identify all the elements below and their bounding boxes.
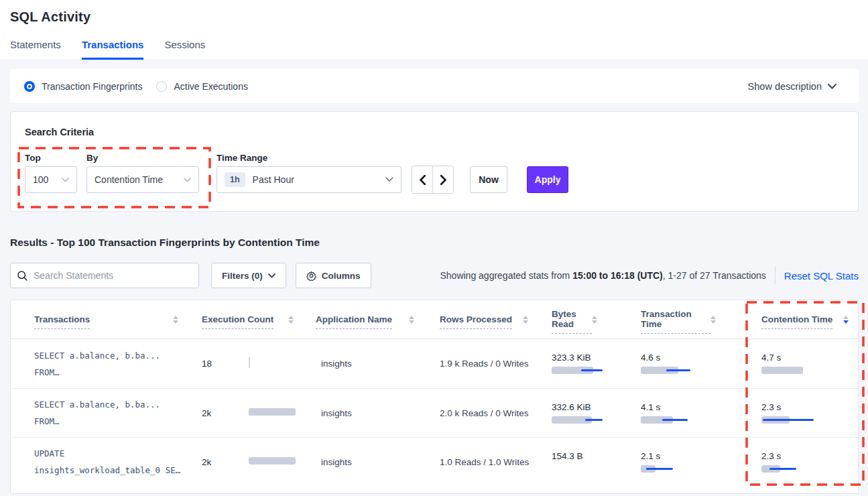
transaction-time-bar: [641, 464, 701, 473]
bytes-read-bar: [552, 416, 612, 424]
time-range-value: Past Hour: [253, 174, 294, 185]
chevron-down-icon: [828, 84, 836, 89]
table-row[interactable]: SELECT a.balance, b.ba... FROM… 18 insig…: [11, 339, 858, 388]
chevron-right-icon: [440, 175, 446, 185]
contention-time-bar: [761, 416, 822, 424]
chevron-left-icon: [420, 175, 426, 185]
time-range-label: Time Range: [216, 153, 267, 163]
show-description-toggle[interactable]: Show description: [748, 81, 836, 92]
radio-unselected-icon: [156, 81, 167, 92]
bytes-read-cell: 323.3 KiB: [552, 353, 641, 375]
execution-count-bar: [249, 456, 306, 467]
contention-time-bar: [761, 464, 822, 473]
tab-transactions[interactable]: Transactions: [82, 39, 144, 60]
sort-icon: [288, 316, 294, 324]
by-select[interactable]: Contention Time: [86, 166, 199, 193]
table-row[interactable]: UPDATE insights_workload_table_0 SE… 2k …: [11, 437, 858, 486]
now-button[interactable]: Now: [470, 166, 507, 193]
chevron-down-icon: [385, 177, 393, 182]
sort-icon: [409, 316, 414, 324]
column-header-rows-processed[interactable]: Rows Processed: [440, 300, 552, 338]
top-bar: SQL Activity Statements Transactions Ses…: [0, 0, 868, 60]
execution-count-cell: 2k: [202, 456, 316, 467]
time-next-button[interactable]: [432, 166, 453, 193]
statement-fingerprint-link[interactable]: UPDATE insights_workload_table_0 SE…: [34, 445, 202, 479]
tab-bar: Statements Transactions Sessions: [0, 39, 868, 60]
time-prev-button[interactable]: [412, 166, 432, 193]
by-label: By: [86, 153, 98, 163]
column-header-application-name[interactable]: Application Name: [316, 300, 440, 338]
contention-time-cell: 4.7 s: [761, 353, 858, 375]
search-criteria-card: Search Criteria Top 100 By Contention Ti…: [10, 111, 859, 212]
radio-label: Active Executions: [174, 81, 248, 92]
search-statements-input[interactable]: [34, 270, 192, 281]
apply-button[interactable]: Apply: [527, 166, 568, 193]
table-row[interactable]: SELECT a.balance, b.ba... FROM… 2k insig…: [11, 388, 858, 437]
show-description-label: Show description: [748, 81, 822, 92]
application-name-cell: insights: [316, 359, 440, 369]
execution-count-cell: 18: [202, 359, 316, 369]
reset-sql-stats-link[interactable]: Reset SQL Stats: [784, 270, 859, 282]
sort-icon: [710, 316, 716, 324]
time-range-select[interactable]: 1h Past Hour: [216, 166, 401, 193]
divider: [775, 267, 776, 284]
column-header-transactions[interactable]: Transactions: [34, 300, 202, 338]
bar-line: [581, 369, 603, 371]
sort-icon: [173, 316, 178, 324]
search-statements-box: [10, 263, 199, 288]
sort-icon: [523, 316, 528, 324]
results-toolbar: Filters (0) Columns Showing aggregated s…: [10, 263, 859, 288]
chevron-down-icon: [62, 178, 69, 182]
statement-fingerprint-link[interactable]: SELECT a.balance, b.ba... FROM…: [34, 347, 202, 381]
bar-line: [769, 468, 796, 470]
sort-icon: [592, 316, 597, 324]
column-header-contention-time[interactable]: Contention Time: [761, 300, 858, 338]
rows-processed-cell: 1.0 Reads / 1.0 Writes: [440, 457, 552, 467]
top-select[interactable]: 100: [25, 166, 77, 193]
time-nav-group: [412, 166, 454, 194]
contention-time-cell: 2.3 s: [761, 451, 858, 473]
bar-track: [761, 367, 803, 374]
columns-label: Columns: [322, 271, 361, 281]
tab-statements[interactable]: Statements: [10, 39, 61, 60]
bytes-read-bar: [552, 464, 612, 473]
bar-line: [763, 419, 814, 421]
column-header-transaction-time[interactable]: Transaction Time: [641, 300, 761, 338]
rows-processed-cell: 2.0 k Reads / 0 Writes: [440, 408, 552, 418]
column-header-execution-count[interactable]: Execution Count: [202, 300, 316, 338]
rows-processed-cell: 1.9 k Reads / 0 Writes: [440, 359, 552, 369]
radio-active-executions[interactable]: Active Executions: [156, 81, 248, 92]
transactions-table: Transactions Execution Count Application…: [10, 300, 859, 494]
radio-selected-icon: [24, 81, 35, 92]
transaction-time-cell: 4.1 s: [641, 402, 761, 424]
gear-icon: [306, 271, 316, 281]
radio-transaction-fingerprints[interactable]: Transaction Fingerprints: [24, 81, 142, 92]
column-header-bytes-read[interactable]: Bytes Read: [552, 300, 641, 338]
transaction-time-bar: [641, 416, 701, 424]
time-range-badge: 1h: [225, 172, 245, 187]
columns-button[interactable]: Columns: [296, 263, 371, 288]
contention-time-cell: 2.3 s: [761, 402, 858, 424]
execution-count-bar: [249, 359, 306, 369]
top-select-value: 100: [33, 174, 48, 185]
bar-track: [249, 357, 250, 368]
tab-sessions[interactable]: Sessions: [164, 39, 205, 60]
bytes-read-cell: 332.6 KiB: [552, 402, 641, 424]
bar-line: [666, 369, 690, 371]
search-icon: [17, 271, 27, 281]
bytes-read-cell: 154.3 B: [552, 451, 641, 473]
view-toggle-bar: Transaction Fingerprints Active Executio…: [10, 69, 859, 103]
application-name-cell: insights: [316, 457, 440, 467]
transaction-time-cell: 4.6 s: [641, 353, 761, 375]
filters-button[interactable]: Filters (0): [211, 263, 286, 288]
application-name-cell: insights: [316, 408, 440, 418]
results-title: Results - Top 100 Transaction Fingerprin…: [10, 237, 868, 249]
statement-fingerprint-link[interactable]: SELECT a.balance, b.ba... FROM…: [34, 396, 202, 430]
chevron-down-icon: [184, 178, 191, 182]
by-select-value: Contention Time: [95, 174, 163, 185]
filters-label: Filters (0): [222, 271, 263, 281]
chevron-down-icon: [268, 273, 275, 278]
bar-track: [249, 408, 296, 416]
table-header-row: Transactions Execution Count Application…: [11, 300, 858, 339]
bar-line: [646, 468, 673, 470]
